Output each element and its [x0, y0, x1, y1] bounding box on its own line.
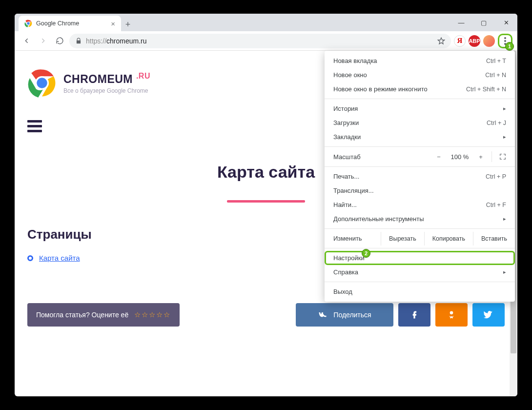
maximize-button[interactable]: ▢ [472, 14, 495, 31]
menu-cut[interactable]: Вырезать [381, 232, 424, 246]
sitemap-link[interactable]: Карта сайта [39, 254, 80, 262]
fullscreen-button[interactable] [491, 151, 506, 162]
menu-separator [325, 248, 515, 248]
reload-button[interactable] [53, 34, 66, 48]
callout-badge-1: 1 [505, 42, 514, 51]
share-ok-button[interactable] [435, 303, 468, 327]
back-button[interactable] [20, 34, 33, 48]
rate-stars[interactable]: ☆☆☆☆☆ [134, 310, 171, 319]
zoom-value: 100 % [448, 153, 472, 161]
yandex-extension-icon[interactable]: Я [454, 35, 466, 47]
menu-incognito[interactable]: Новое окно в режиме инкогнитоCtrl + Shif… [325, 82, 515, 96]
address-bar[interactable]: https://chromeum.ru [69, 34, 451, 48]
menu-separator [325, 228, 515, 229]
menu-settings[interactable]: Настройки 2 [325, 251, 515, 265]
tab-close-icon[interactable]: × [111, 20, 115, 27]
chevron-right-icon: ▸ [503, 216, 506, 222]
zoom-out-button[interactable]: − [430, 153, 448, 161]
site-logo-icon [27, 68, 57, 98]
svg-point-4 [504, 37, 506, 39]
url-text: https://chromeum.ru [86, 37, 147, 45]
toolbar: https://chromeum.ru Я ABP 1 [15, 31, 517, 51]
menu-find[interactable]: Найти...Ctrl + F [325, 198, 515, 212]
menu-separator [325, 282, 515, 282]
brand-title: CHROMEUM .RU [63, 72, 150, 86]
rate-box[interactable]: Помогла статья? Оцените её ☆☆☆☆☆ [27, 303, 180, 327]
svg-point-10 [450, 311, 453, 315]
twitter-icon [484, 310, 493, 320]
lock-icon [75, 38, 82, 44]
menu-new-window[interactable]: Новое окноCtrl + N [325, 68, 515, 82]
forward-button[interactable] [36, 34, 50, 48]
menu-downloads[interactable]: ЗагрузкиCtrl + J [325, 116, 515, 130]
menu-cast[interactable]: Трансляция... [325, 184, 515, 198]
menu-more-tools[interactable]: Дополнительные инструменты▸ [325, 212, 515, 226]
tab-strip: Google Chrome × + — ▢ ✕ [15, 14, 517, 31]
browser-window: Google Chrome × + — ▢ ✕ https://chromeum… [15, 14, 517, 396]
chrome-favicon-icon [24, 20, 32, 27]
menu-separator [325, 146, 515, 147]
chrome-dropdown-menu: Новая вкладкаCtrl + T Новое окноCtrl + N… [325, 51, 515, 302]
chevron-right-icon: ▸ [503, 105, 506, 112]
menu-zoom: Масштаб − 100 % + [325, 149, 515, 164]
menu-print[interactable]: Печать...Ctrl + P [325, 169, 515, 184]
rate-text: Помогла статья? Оцените её [36, 311, 128, 319]
zoom-in-button[interactable]: + [472, 153, 490, 161]
vk-icon [318, 310, 327, 320]
menu-new-tab[interactable]: Новая вкладкаCtrl + T [325, 54, 515, 68]
brand-subtitle: Все о браузере Google Chrome [63, 87, 150, 94]
adblock-plus-extension-icon[interactable]: ABP [469, 35, 480, 47]
window-controls: — ▢ ✕ [450, 14, 517, 31]
tab-active[interactable]: Google Chrome × [19, 16, 121, 31]
bookmark-star-icon[interactable] [437, 37, 445, 45]
svg-point-8 [37, 78, 47, 88]
accent-divider [227, 200, 305, 203]
menu-bookmarks[interactable]: Закладки▸ [325, 130, 515, 144]
tab-title: Google Chrome [36, 20, 79, 27]
share-vk-button[interactable]: Поделиться [296, 303, 393, 327]
menu-help[interactable]: Справка▸ [325, 265, 515, 279]
menu-history[interactable]: История▸ [325, 102, 515, 116]
callout-badge-2: 2 [362, 249, 370, 258]
menu-paste[interactable]: Вставить [473, 232, 515, 246]
new-tab-button[interactable]: + [121, 18, 135, 31]
close-window-button[interactable]: ✕ [495, 14, 517, 31]
menu-edit-row: Изменить Вырезать Копировать Вставить [325, 231, 515, 246]
share-fb-button[interactable] [398, 303, 430, 327]
odnoklassniki-icon [447, 310, 456, 320]
bullet-icon [27, 255, 33, 261]
facebook-icon [409, 310, 419, 320]
menu-exit[interactable]: Выход [325, 285, 515, 299]
menu-separator [325, 99, 515, 99]
minimize-button[interactable]: — [450, 14, 472, 31]
share-label: Поделиться [333, 311, 371, 319]
menu-copy[interactable]: Копировать [424, 232, 473, 246]
share-twitter-button[interactable] [472, 303, 505, 327]
chevron-right-icon: ▸ [503, 134, 506, 140]
svg-point-5 [504, 40, 506, 42]
fullscreen-icon [499, 153, 506, 160]
svg-point-2 [27, 22, 29, 24]
footer-row: Помогла статья? Оцените её ☆☆☆☆☆ Поделит… [24, 303, 508, 341]
menu-separator [325, 166, 515, 167]
profile-avatar[interactable] [483, 35, 495, 47]
chevron-right-icon: ▸ [503, 269, 506, 275]
chrome-menu-button[interactable]: 1 [498, 34, 512, 48]
